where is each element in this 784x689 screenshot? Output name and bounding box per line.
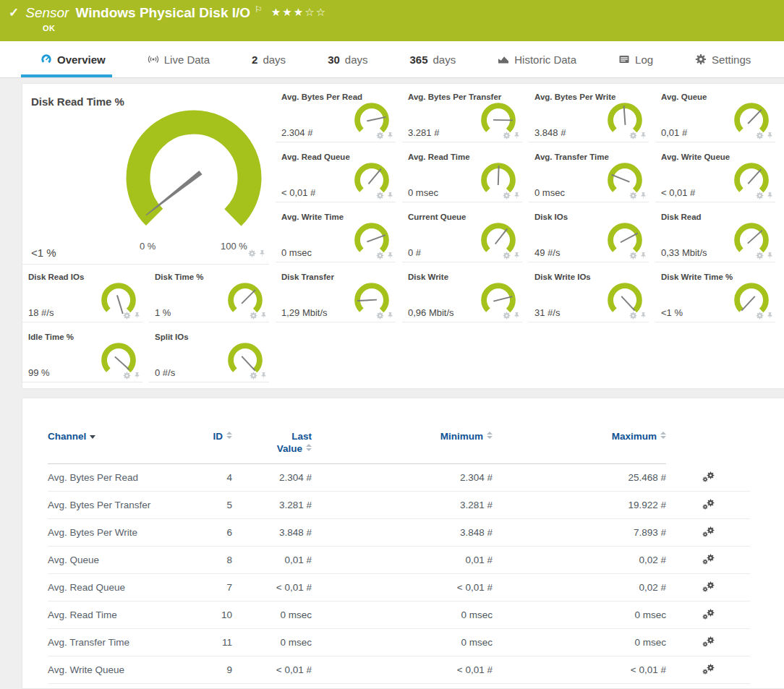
tab-settings[interactable]: Settings (695, 41, 751, 77)
gear-icon[interactable] (756, 252, 764, 260)
pin-icon[interactable] (386, 312, 394, 320)
gauge-card-disk-write-ios[interactable]: Disk Write IOs 31 #/s (529, 268, 649, 322)
gear-icon[interactable] (503, 192, 511, 200)
pin-icon[interactable] (766, 192, 774, 200)
pin-icon[interactable] (133, 372, 141, 380)
tab-log[interactable]: Log (618, 41, 653, 77)
gear-icon[interactable] (123, 312, 131, 320)
gear-icon[interactable] (503, 252, 511, 260)
channel-row-avg-read-time[interactable]: Avg. Read Time 10 0 msec 0 msec 0 msec (48, 602, 750, 629)
gauge-card-avg-bytes-per-transfer[interactable]: Avg. Bytes Per Transfer 3.281 # (402, 87, 522, 142)
pin-icon[interactable] (639, 252, 647, 260)
gear-icon[interactable] (629, 192, 637, 200)
pin-icon[interactable] (513, 312, 521, 320)
gauge-card-disk-write[interactable]: Disk Write 0,96 Mbit/s (402, 268, 522, 322)
pin-icon[interactable] (260, 312, 268, 320)
channel-settings-icon[interactable] (702, 554, 715, 566)
pin-icon[interactable] (386, 132, 394, 140)
gear-icon[interactable] (376, 132, 384, 140)
pin-icon[interactable] (639, 132, 647, 140)
gear-icon[interactable] (756, 312, 764, 320)
column-header-maximum[interactable]: Maximum (493, 430, 666, 464)
channel-settings-icon[interactable] (702, 664, 715, 676)
gauge-card-disk-transfer[interactable]: Disk Transfer 1,29 Mbit/s (276, 268, 396, 322)
gauge-card-current-queue[interactable]: Current Queue 0 # (402, 207, 522, 262)
pin-icon[interactable] (639, 312, 647, 320)
channel-settings-icon[interactable] (702, 581, 715, 594)
gauge-card-avg-read-time[interactable]: Avg. Read Time 0 msec (402, 147, 522, 202)
channel-row-avg-transfer-time[interactable]: Avg. Transfer Time 11 0 msec 0 msec 0 ms… (48, 629, 750, 656)
gauge-card-avg-write-time[interactable]: Avg. Write Time 0 msec (276, 207, 396, 262)
gauge-card-avg-bytes-per-read[interactable]: Avg. Bytes Per Read 2.304 # (276, 87, 396, 142)
pin-icon[interactable] (766, 132, 774, 140)
gauge-card-split-ios[interactable]: Split IOs 0 #/s (149, 328, 269, 382)
channel-settings-icon[interactable] (702, 471, 715, 484)
gear-icon[interactable] (376, 192, 384, 200)
channel-row-avg-queue[interactable]: Avg. Queue 8 0,01 # 0,01 # 0,02 # (48, 547, 750, 574)
pin-icon[interactable] (133, 312, 141, 320)
gauge-card-avg-write-queue[interactable]: Avg. Write Queue < 0,01 # (655, 147, 775, 202)
pin-icon[interactable] (260, 372, 268, 380)
pin-icon[interactable] (513, 192, 521, 200)
pin-icon[interactable] (766, 312, 774, 320)
column-header-channel[interactable]: Channel (48, 430, 182, 464)
gauge-card-disk-ios[interactable]: Disk IOs 49 #/s (529, 207, 649, 262)
gauge-title: Disk Write IOs (534, 273, 591, 281)
gear-icon[interactable] (756, 192, 764, 200)
gear-icon[interactable] (629, 252, 637, 260)
channel-maximum: 0 msec (493, 629, 666, 656)
gear-icon[interactable] (248, 249, 256, 257)
gear-icon[interactable] (629, 132, 637, 140)
pin-icon[interactable] (386, 252, 394, 260)
gear-icon[interactable] (250, 312, 257, 320)
gear-icon[interactable] (376, 252, 384, 260)
pin-icon[interactable] (258, 249, 266, 257)
pin-icon[interactable] (639, 192, 647, 200)
channel-row-avg-bytes-per-transfer[interactable]: Avg. Bytes Per Transfer 5 3.281 # 3.281 … (48, 492, 750, 519)
pin-icon[interactable] (386, 192, 394, 200)
column-header-id[interactable]: ID (182, 430, 232, 464)
gear-icon[interactable] (756, 132, 764, 140)
gauge-card-avg-bytes-per-write[interactable]: Avg. Bytes Per Write 3.848 # (529, 87, 649, 142)
gear-icon[interactable] (376, 312, 384, 320)
pin-icon[interactable] (766, 252, 774, 260)
gauge-value: 0,96 Mbit/s (408, 307, 454, 318)
gauge-card-disk-read-time-pct[interactable]: Disk Read Time % <1 % 0 % 100 % (22, 87, 269, 265)
tab-live-data[interactable]: Live Data (148, 41, 210, 77)
column-header-last-value[interactable]: LastValue (232, 430, 312, 464)
column-header-minimum[interactable]: Minimum (312, 430, 493, 464)
channel-row-avg-write-queue[interactable]: Avg. Write Queue 9 < 0,01 # < 0,01 # < 0… (48, 656, 750, 684)
sort-icon (306, 444, 312, 451)
gauge-value: 0,01 # (661, 127, 687, 138)
gauge-actions (376, 192, 394, 200)
channel-settings-icon[interactable] (702, 526, 715, 539)
gauge-card-disk-time-pct[interactable]: Disk Time % 1 % (149, 268, 269, 322)
pin-icon[interactable] (513, 132, 521, 140)
gauge-card-idle-time-pct[interactable]: Idle Time % 99 % (22, 328, 142, 382)
gauge-card-avg-transfer-time[interactable]: Avg. Transfer Time 0 msec (529, 147, 649, 202)
tab-365-days[interactable]: 365 days (410, 41, 456, 77)
channel-row-avg-bytes-per-write[interactable]: Avg. Bytes Per Write 6 3.848 # 3.848 # 7… (48, 519, 750, 547)
gear-icon[interactable] (250, 372, 257, 380)
tab-30-days[interactable]: 30 days (328, 41, 367, 77)
tab-historic-data[interactable]: Historic Data (498, 41, 576, 77)
gauge-card-avg-queue[interactable]: Avg. Queue 0,01 # (655, 87, 775, 142)
channel-row-avg-bytes-per-read[interactable]: Avg. Bytes Per Read 4 2.304 # 2.304 # 25… (48, 464, 750, 492)
channel-settings-icon[interactable] (702, 499, 715, 511)
gauge-card-disk-read-ios[interactable]: Disk Read IOs 18 #/s (22, 268, 142, 322)
priority-stars[interactable]: ★★★☆☆ (271, 6, 327, 19)
gear-icon[interactable] (123, 372, 131, 380)
tab-2-days[interactable]: 2 days (252, 41, 286, 77)
gauge-card-disk-write-time-pct[interactable]: Disk Write Time % <1 % (655, 268, 775, 322)
pin-icon[interactable] (513, 252, 521, 260)
tab-overview[interactable]: Overview (41, 41, 106, 77)
gauge-card-avg-read-queue[interactable]: Avg. Read Queue < 0,01 # (276, 147, 396, 202)
channel-row-avg-read-queue[interactable]: Avg. Read Queue 7 < 0,01 # < 0,01 # 0,02… (48, 574, 750, 602)
channel-settings-icon[interactable] (702, 609, 715, 621)
channel-settings-icon[interactable] (702, 636, 715, 649)
gauge-card-disk-read[interactable]: Disk Read 0,33 Mbit/s (655, 207, 775, 262)
gear-icon[interactable] (629, 312, 637, 320)
gear-icon[interactable] (503, 312, 511, 320)
priority-flag-icon[interactable]: ⚐ (255, 4, 263, 14)
gear-icon[interactable] (503, 132, 511, 140)
